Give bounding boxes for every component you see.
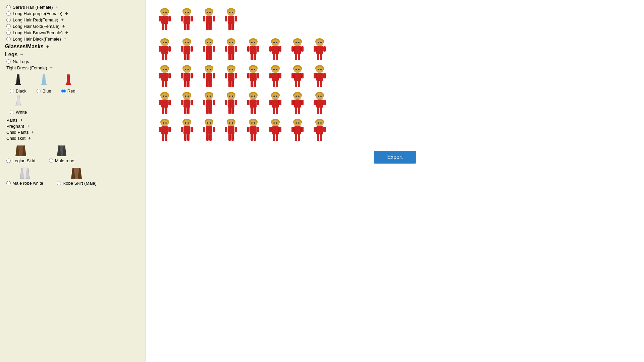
svg-rect-140 <box>225 73 227 78</box>
no-legs-row[interactable]: No Legs <box>6 59 141 64</box>
svg-rect-107 <box>320 54 322 60</box>
svg-point-100 <box>316 40 323 46</box>
color-option-blue: Blue <box>37 74 51 94</box>
hair-section: Sara's Hair (Female) + Long Hair purple(… <box>5 4 141 42</box>
legion-skirt-radio-row[interactable]: Legion Skirt <box>6 158 36 163</box>
pregnant-plus[interactable]: + <box>26 123 30 129</box>
color-option-white: White <box>10 95 27 115</box>
svg-rect-131 <box>203 73 205 78</box>
svg-rect-195 <box>191 100 193 105</box>
blue-radio-row[interactable]: Blue <box>37 88 51 94</box>
svg-point-56 <box>207 42 208 43</box>
child-skirt-row: Child skirt + <box>6 135 141 141</box>
sprite-3-7 <box>289 64 306 90</box>
robe-skirt-male-radio-row[interactable]: Robe Skirt (Male) <box>57 181 97 186</box>
male-robe-white-radio[interactable] <box>6 181 11 185</box>
svg-rect-42 <box>168 46 171 52</box>
svg-point-93 <box>298 42 300 43</box>
hair-plus-red[interactable]: + <box>60 17 64 22</box>
svg-point-228 <box>276 96 277 97</box>
svg-rect-141 <box>235 73 237 78</box>
svg-point-235 <box>294 93 301 100</box>
sprite-2-5 <box>245 37 262 64</box>
svg-point-84 <box>276 42 277 43</box>
red-radio-row[interactable]: Red <box>61 88 75 94</box>
sprite-2-3 <box>200 37 218 64</box>
svg-rect-321 <box>323 127 326 132</box>
svg-point-29 <box>229 12 230 13</box>
hair-item-black[interactable]: Long Hair Black(Female) + <box>6 36 141 42</box>
hair-item-red[interactable]: Long Hair Red(Female) + <box>6 17 141 22</box>
hair-item-purple[interactable]: Long Hair purple(Female) + <box>6 11 141 16</box>
svg-rect-8 <box>165 23 167 30</box>
hair-radio-purple[interactable] <box>6 11 11 16</box>
hair-plus-saras[interactable]: + <box>55 4 59 10</box>
hair-plus-brown[interactable]: + <box>65 30 69 35</box>
black-radio-row[interactable]: Black <box>10 88 26 94</box>
svg-rect-78 <box>257 46 259 52</box>
hair-plus-black[interactable]: + <box>63 36 67 42</box>
black-color-radio[interactable] <box>10 89 14 93</box>
svg-rect-249 <box>323 100 326 105</box>
legion-skirt-radio[interactable] <box>6 159 11 163</box>
hair-label-black: Long Hair Black(Female) <box>13 37 61 42</box>
svg-point-138 <box>232 69 233 70</box>
sprite-2-1 <box>156 37 173 64</box>
svg-point-38 <box>163 42 164 43</box>
hair-item-brown[interactable]: Long Hair Brown(Female) + <box>6 30 141 35</box>
svg-rect-166 <box>294 73 301 81</box>
no-legs-radio[interactable] <box>6 59 11 64</box>
svg-rect-239 <box>291 100 294 105</box>
robe-skirt-male-radio[interactable] <box>57 181 61 185</box>
black-color-label: Black <box>16 88 26 94</box>
red-color-radio[interactable] <box>61 89 66 93</box>
hair-item-saras[interactable]: Sara's Hair (Female) + <box>6 4 141 10</box>
svg-rect-194 <box>181 100 183 105</box>
hair-radio-gold[interactable] <box>6 24 11 28</box>
svg-rect-86 <box>269 46 272 52</box>
svg-rect-258 <box>168 127 171 132</box>
no-legs-label: No Legs <box>13 59 29 64</box>
legs-minus[interactable]: − <box>19 52 23 57</box>
svg-rect-242 <box>298 107 300 114</box>
svg-point-281 <box>229 122 230 124</box>
export-button[interactable]: Export <box>374 151 416 164</box>
hair-plus-purple[interactable]: + <box>64 11 68 16</box>
hair-radio-saras[interactable] <box>6 5 11 9</box>
svg-rect-77 <box>247 46 250 52</box>
sprite-5-7 <box>289 117 306 144</box>
glasses-plus[interactable]: + <box>46 44 50 49</box>
hair-radio-red[interactable] <box>6 18 11 22</box>
male-robe-radio[interactable] <box>49 159 53 163</box>
svg-rect-88 <box>273 54 275 60</box>
legs-content: No Legs Tight Dress (Female) − Black <box>5 59 141 186</box>
tight-dress-minus[interactable]: − <box>49 65 53 70</box>
svg-rect-202 <box>206 100 212 108</box>
svg-point-190 <box>183 93 191 100</box>
svg-rect-5 <box>159 16 161 21</box>
male-robe-radio-row[interactable]: Male robe <box>49 158 74 163</box>
svg-point-174 <box>320 69 322 70</box>
svg-rect-40 <box>161 46 168 54</box>
pregnant-label: Pregnant <box>6 124 24 129</box>
child-pants-plus[interactable]: + <box>31 129 35 135</box>
svg-rect-16 <box>184 23 186 30</box>
hair-plus-gold[interactable]: + <box>61 23 65 29</box>
sprite-4-3 <box>200 90 218 117</box>
male-robe-white-radio-row[interactable]: Male robe white <box>6 181 43 186</box>
svg-point-47 <box>185 42 186 43</box>
hair-radio-brown[interactable] <box>6 31 11 35</box>
blue-color-radio[interactable] <box>37 89 41 93</box>
svg-point-37 <box>161 40 168 46</box>
child-skirt-plus[interactable]: + <box>28 135 32 141</box>
svg-rect-233 <box>276 107 278 114</box>
white-radio-row[interactable]: White <box>10 110 27 115</box>
white-color-radio[interactable] <box>10 110 14 114</box>
hair-item-gold[interactable]: Long Hair Gold(Female) + <box>6 23 141 29</box>
hair-radio-black[interactable] <box>6 37 11 41</box>
svg-rect-251 <box>320 107 322 114</box>
svg-point-154 <box>272 66 279 73</box>
pants-plus[interactable]: + <box>19 117 23 123</box>
svg-rect-49 <box>183 46 190 54</box>
svg-point-191 <box>185 96 186 97</box>
